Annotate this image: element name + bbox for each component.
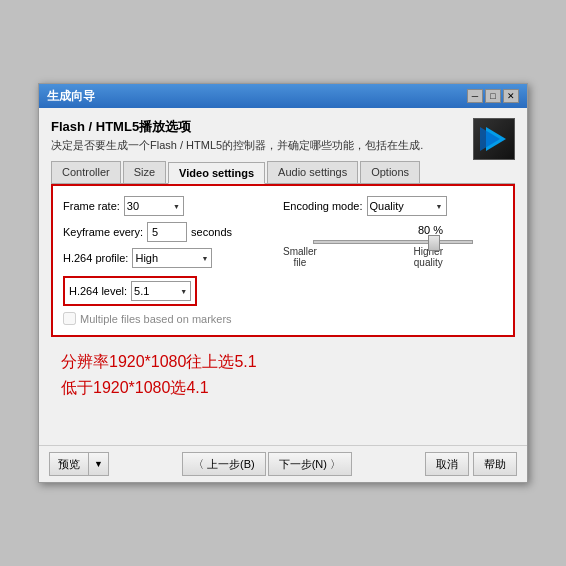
tabs: Controller Size Video settings Audio set… xyxy=(51,161,515,184)
window-title: 生成向导 xyxy=(47,88,95,105)
annotation-line2: 低于1920*1080选4.1 xyxy=(61,375,505,401)
slider-thumb[interactable] xyxy=(428,235,440,251)
footer-left: 预览 ▼ xyxy=(49,452,109,476)
h264-level-row: H.264 level: 3.0 3.1 4.0 4.1 5.0 5.1 xyxy=(63,276,503,306)
keyframe-label: Keyframe every: xyxy=(63,226,143,238)
maximize-button[interactable]: □ xyxy=(485,89,501,103)
h264-level-wrapper: 3.0 3.1 4.0 4.1 5.0 5.1 xyxy=(131,281,191,301)
h264-profile-wrapper: Baseline Main High xyxy=(132,248,212,268)
logo-box xyxy=(473,118,515,160)
tab-audio-settings[interactable]: Audio settings xyxy=(267,161,358,183)
top-row: Frame rate: 30 24 15 Keyframe every: xyxy=(63,196,503,274)
slider-label-smaller: Smaller file xyxy=(283,246,317,268)
h264-profile-label: H.264 profile: xyxy=(63,252,128,264)
slider-container: Smaller file Higher quality xyxy=(283,240,503,268)
footer: 预览 ▼ 〈 上一步(B) 下一步(N) 〉 取消 帮助 xyxy=(39,445,527,482)
right-section: Encoding mode: Quality Bitrate 80 % xyxy=(283,196,503,268)
keyframe-row: Keyframe every: seconds xyxy=(63,222,263,242)
quality-percent: 80 % xyxy=(283,224,443,236)
tab-content-video: Frame rate: 30 24 15 Keyframe every: xyxy=(51,184,515,337)
multiple-files-label: Multiple files based on markers xyxy=(80,313,232,325)
keyframe-input[interactable] xyxy=(147,222,187,242)
frame-rate-row: Frame rate: 30 24 15 xyxy=(63,196,263,216)
tab-size[interactable]: Size xyxy=(123,161,166,183)
title-bar-controls: ─ □ ✕ xyxy=(467,89,519,103)
h264-level-select[interactable]: 3.0 3.1 4.0 4.1 5.0 5.1 xyxy=(131,281,191,301)
footer-right: 取消 帮助 xyxy=(425,452,517,476)
h264-level-box: H.264 level: 3.0 3.1 4.0 4.1 5.0 5.1 xyxy=(63,276,197,306)
h264-profile-select[interactable]: Baseline Main High xyxy=(132,248,212,268)
tab-controller[interactable]: Controller xyxy=(51,161,121,183)
header-text-area: Flash / HTML5播放选项 决定是否要生成一个Flash / HTML5… xyxy=(51,118,473,161)
footer-center: 〈 上一步(B) 下一步(N) 〉 xyxy=(182,452,352,476)
encoding-mode-select[interactable]: Quality Bitrate xyxy=(367,196,447,216)
encoding-mode-label: Encoding mode: xyxy=(283,200,363,212)
annotation-area: 分辨率1920*1080往上选5.1 低于1920*1080选4.1 xyxy=(51,337,515,437)
slider-labels: Smaller file Higher quality xyxy=(283,246,443,268)
tab-video-settings[interactable]: Video settings xyxy=(168,162,265,184)
main-window: 生成向导 ─ □ ✕ Flash / HTML5播放选项 决定是否要生成一个Fl… xyxy=(38,83,528,483)
help-button[interactable]: 帮助 xyxy=(473,452,517,476)
encoding-mode-wrapper: Quality Bitrate xyxy=(367,196,447,216)
close-button[interactable]: ✕ xyxy=(503,89,519,103)
window-body: Flash / HTML5播放选项 决定是否要生成一个Flash / HTML5… xyxy=(39,108,527,445)
section-desc: 决定是否要生成一个Flash / HTML5的控制器，并确定哪些功能，包括在生成… xyxy=(51,138,473,153)
annotation-text: 分辨率1920*1080往上选5.1 低于1920*1080选4.1 xyxy=(61,349,505,400)
frame-rate-select[interactable]: 30 24 15 xyxy=(124,196,184,216)
keyframe-unit: seconds xyxy=(191,226,232,238)
cancel-button[interactable]: 取消 xyxy=(425,452,469,476)
slider-track[interactable] xyxy=(313,240,473,244)
section-title: Flash / HTML5播放选项 xyxy=(51,118,473,136)
minimize-button[interactable]: ─ xyxy=(467,89,483,103)
multiple-files-row: Multiple files based on markers xyxy=(63,312,503,325)
header-row: Flash / HTML5播放选项 决定是否要生成一个Flash / HTML5… xyxy=(51,118,515,161)
left-section: Frame rate: 30 24 15 Keyframe every: xyxy=(63,196,263,274)
preview-button[interactable]: 预览 xyxy=(49,452,88,476)
next-button[interactable]: 下一步(N) 〉 xyxy=(268,452,352,476)
frame-rate-label: Frame rate: xyxy=(63,200,120,212)
tab-options[interactable]: Options xyxy=(360,161,420,183)
multiple-files-checkbox[interactable] xyxy=(63,312,76,325)
h264-level-label: H.264 level: xyxy=(69,285,127,297)
annotation-line1: 分辨率1920*1080往上选5.1 xyxy=(61,349,505,375)
preview-arrow-button[interactable]: ▼ xyxy=(88,452,109,476)
frame-rate-wrapper: 30 24 15 xyxy=(124,196,184,216)
encoding-mode-row: Encoding mode: Quality Bitrate xyxy=(283,196,503,216)
prev-button[interactable]: 〈 上一步(B) xyxy=(182,452,266,476)
logo-icon xyxy=(478,123,510,155)
h264-profile-row: H.264 profile: Baseline Main High xyxy=(63,248,263,268)
title-bar: 生成向导 ─ □ ✕ xyxy=(39,84,527,108)
